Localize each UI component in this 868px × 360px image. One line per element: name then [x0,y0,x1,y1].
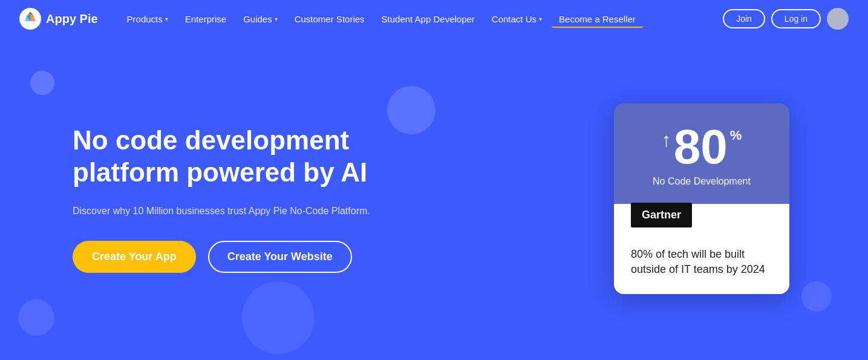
nav-links: Products ▾ Enterprise Guides ▾ Customer … [120,10,723,28]
navbar: Appy Pie Products ▾ Enterprise Guides ▾ … [0,0,868,38]
avatar[interactable] [827,8,849,30]
stat-number: 80 [674,123,728,171]
login-button[interactable]: Log in [771,9,821,28]
guides-chevron-icon: ▾ [275,16,278,22]
nav-products[interactable]: Products ▾ [120,10,175,28]
hero-buttons: Create Your App Create Your Website [73,241,448,273]
card-top: ↑ 80 % No Code Development [614,103,789,204]
deco-circle-4 [801,281,832,312]
products-chevron-icon: ▾ [165,16,168,22]
nav-right: Join Log in [723,8,849,30]
gartner-badge: Gartner [631,203,692,227]
hero-right: ↑ 80 % No Code Development Gartner 80% o… [614,103,795,294]
deco-circle-2 [387,86,436,134]
join-button[interactable]: Join [723,9,765,28]
nav-guides[interactable]: Guides ▾ [236,10,285,28]
card-stat: ↑ 80 % [631,123,772,171]
arrow-up-icon: ↑ [662,129,671,151]
contact-chevron-icon: ▾ [539,16,542,22]
create-app-button[interactable]: Create Your App [73,241,196,273]
nav-customer-stories[interactable]: Customer Stories [287,10,372,28]
nav-contact[interactable]: Contact Us ▾ [485,10,549,28]
card-bottom: Gartner 80% of tech will be built outsid… [614,204,789,294]
nav-student-app[interactable]: Student App Developer [374,10,482,28]
logo[interactable]: Appy Pie [19,8,98,30]
hero-description: Discover why 10 Million businesses trust… [73,203,375,219]
nav-reseller[interactable]: Become a Reseller [552,10,643,28]
hero-title: No code development platform powered by … [73,125,448,189]
create-website-button[interactable]: Create Your Website [208,241,352,273]
stat-card: ↑ 80 % No Code Development Gartner 80% o… [614,103,789,294]
stat-percent: % [730,128,742,143]
deco-circle-5 [242,281,315,354]
nav-enterprise[interactable]: Enterprise [178,10,233,28]
deco-circle-3 [18,299,54,336]
logo-text: Appy Pie [46,12,98,26]
hero-section: No code development platform powered by … [0,38,868,360]
card-body-text: 80% of tech will be built outside of IT … [631,247,772,277]
deco-circle-1 [30,71,54,95]
hero-left: No code development platform powered by … [73,125,448,272]
stat-label: No Code Development [631,176,772,187]
